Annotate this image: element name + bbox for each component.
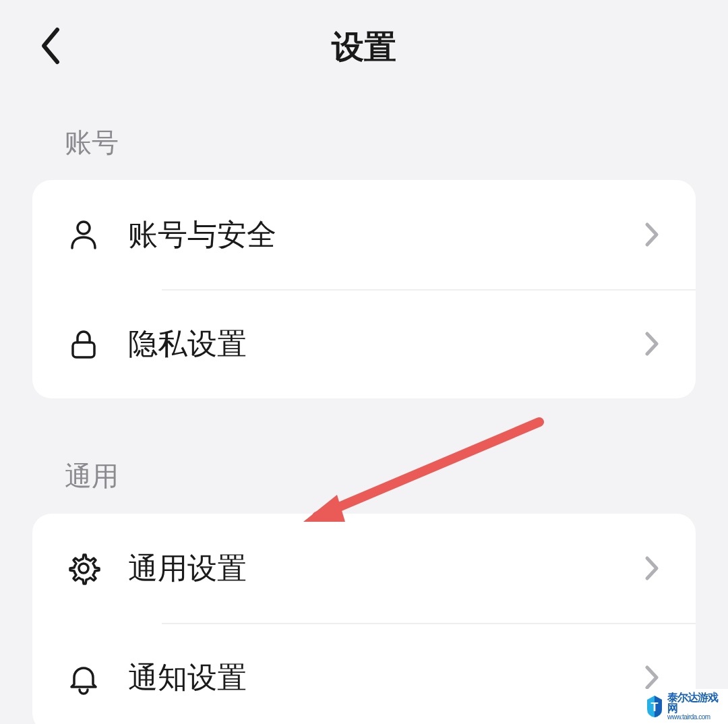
watermark-line2: www.tairda.com <box>667 714 724 721</box>
list-item-label: 账号与安全 <box>128 215 642 255</box>
list-item-account-security[interactable]: 账号与安全 <box>32 180 696 289</box>
svg-point-0 <box>78 222 90 234</box>
section-label-account: 账号 <box>0 111 728 180</box>
svg-text:T: T <box>651 700 659 714</box>
list-item-label: 通知设置 <box>128 658 642 698</box>
list-item-general-settings[interactable]: 通用设置 <box>32 514 696 623</box>
watermark-line1: 泰尔达游戏网 <box>667 692 724 714</box>
bell-icon <box>66 660 101 695</box>
svg-point-2 <box>79 564 88 573</box>
page-title: 设置 <box>332 26 396 69</box>
watermark: T 泰尔达游戏网 www.tairda.com <box>640 689 728 724</box>
list-item-label: 通用设置 <box>128 549 642 589</box>
list-item-notification-settings[interactable]: 通知设置 <box>32 623 696 724</box>
svg-rect-1 <box>73 342 94 357</box>
watermark-logo-icon: T <box>644 694 665 719</box>
chevron-right-icon <box>642 664 662 691</box>
list-item-label: 隐私设置 <box>128 324 642 364</box>
general-card: 通用设置 通知设置 <box>32 514 696 724</box>
account-card: 账号与安全 隐私设置 <box>32 180 696 398</box>
chevron-right-icon <box>642 555 662 582</box>
chevron-right-icon <box>642 330 662 357</box>
page-header: 设置 <box>0 0 728 94</box>
back-button[interactable] <box>30 27 71 67</box>
watermark-text: 泰尔达游戏网 www.tairda.com <box>667 692 724 721</box>
section-label-general: 通用 <box>0 444 728 514</box>
chevron-right-icon <box>642 221 662 248</box>
person-icon <box>66 217 101 252</box>
lock-icon <box>66 326 101 361</box>
chevron-left-icon <box>38 26 63 69</box>
list-item-privacy[interactable]: 隐私设置 <box>32 289 696 398</box>
gear-icon <box>66 551 101 586</box>
